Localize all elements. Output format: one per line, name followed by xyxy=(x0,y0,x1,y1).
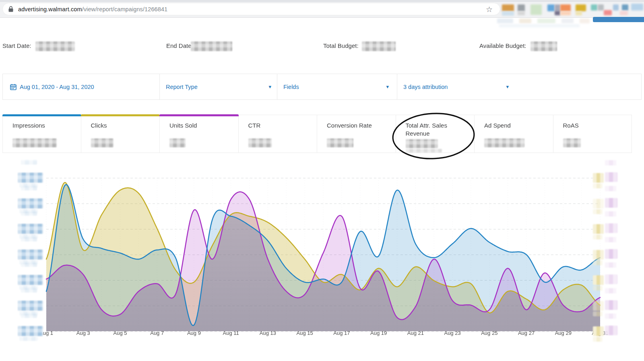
total-attr-sales-value-redacted xyxy=(406,139,438,148)
redacted-pixels xyxy=(21,288,37,293)
fields-dropdown[interactable]: Fields ▾ xyxy=(283,74,389,99)
chevron-down-icon: ▾ xyxy=(506,84,509,90)
redacted-pixels xyxy=(605,211,616,217)
conversion-rate-value-redacted xyxy=(327,138,353,147)
attribution-label: 3 days attribution xyxy=(403,84,448,90)
tab-accent-bar xyxy=(2,114,81,116)
tab-label: Units Sold xyxy=(169,122,197,130)
total-attr-sales-value-redacted-2 xyxy=(406,149,442,153)
tab-ctr[interactable]: CTR xyxy=(239,115,318,153)
redacted-pixels xyxy=(21,186,37,190)
url-text: advertising.walmart.com/view/report/camp… xyxy=(18,6,167,12)
units-sold-value-redacted xyxy=(169,138,186,147)
attribution-dropdown[interactable]: 3 days attribution ▾ xyxy=(403,74,509,99)
window-edge xyxy=(0,0,644,2)
redacted-pixels xyxy=(21,160,37,165)
tab-label: Ad Spend xyxy=(484,122,511,130)
divider xyxy=(277,74,277,99)
redacted-extension-icon xyxy=(613,4,619,10)
redacted-extension-icon xyxy=(591,4,597,10)
redacted-pixels xyxy=(21,211,37,216)
report-filter-bar: Aug 01, 2020 - Aug 31, 2020 Report Type … xyxy=(2,74,642,100)
redacted-pixels xyxy=(593,184,603,188)
redacted-pixels xyxy=(593,326,604,336)
redacted-pixels xyxy=(605,172,617,182)
redacted-pixels xyxy=(593,224,604,234)
redacted-pixels xyxy=(605,223,617,233)
redacted-pixels xyxy=(593,250,604,260)
redacted-extension-icon xyxy=(560,4,571,11)
url-path: /view/report/campaigns/1266841 xyxy=(82,6,168,12)
bookmark-bar-redacted-item xyxy=(593,17,644,22)
redacted-pixels xyxy=(593,260,603,265)
redacted-pixels xyxy=(605,237,616,242)
redacted-pixels xyxy=(21,237,37,241)
redacted-pixels xyxy=(18,224,43,234)
redacted-extension-icon xyxy=(631,4,643,10)
redacted-pixels xyxy=(18,301,43,311)
chevron-down-icon: ▾ xyxy=(268,84,271,90)
report-type-label: Report Type xyxy=(166,84,198,90)
redacted-extension-icon xyxy=(518,11,525,15)
end-date-value-redacted xyxy=(191,41,232,51)
redacted-extension-icon xyxy=(555,4,560,11)
redacted-extension-icon xyxy=(502,4,514,11)
tab-label: RoAS xyxy=(563,122,579,130)
redacted-pixels xyxy=(605,249,617,259)
redacted-pixels xyxy=(21,313,37,318)
report-type-dropdown[interactable]: Report Type ▾ xyxy=(166,74,271,99)
tab-accent-bar xyxy=(81,114,160,116)
redacted-pixels xyxy=(593,301,604,311)
end-date-label: End Date: xyxy=(166,42,193,49)
redacted-pixels xyxy=(605,314,616,319)
redacted-pixels xyxy=(605,186,616,191)
tab-ad-spend[interactable]: Ad Spend xyxy=(475,115,553,153)
redacted-pixels xyxy=(605,300,617,310)
tab-conversion-rate[interactable]: Conversion Rate xyxy=(317,115,396,153)
lock-icon xyxy=(8,6,13,12)
campaign-performance-chart xyxy=(0,0,644,361)
redacted-pixels xyxy=(21,262,37,267)
tab-clicks[interactable]: Clicks xyxy=(81,115,160,153)
available-budget-value-redacted xyxy=(530,41,557,51)
tab-units-sold[interactable]: Units Sold xyxy=(160,115,239,153)
tab-impressions[interactable]: Impressions xyxy=(2,115,81,153)
redacted-extension-icon xyxy=(576,11,582,15)
total-budget-label: Total Budget: xyxy=(323,42,359,49)
tab-label: CTR xyxy=(248,122,261,130)
redacted-pixels xyxy=(18,173,43,183)
redacted-extension-icon xyxy=(604,10,612,15)
clicks-value-redacted xyxy=(91,138,114,147)
date-range-picker[interactable]: Aug 01, 2020 - Aug 31, 2020 xyxy=(10,74,155,99)
redacted-extension-icon xyxy=(598,4,604,10)
tab-total-attr-sales-revenue[interactable]: Total Attr. Sales Revenue xyxy=(396,115,475,153)
redacted-pixels xyxy=(593,209,603,214)
redacted-pixels xyxy=(18,198,43,208)
tab-accent-bar xyxy=(159,114,239,116)
start-date-label: Start Date: xyxy=(2,42,31,49)
redacted-extension-icon xyxy=(622,4,628,10)
tab-roas[interactable]: RoAS xyxy=(553,115,632,153)
calendar-icon xyxy=(10,84,17,90)
divider xyxy=(397,74,397,99)
redacted-extension-icon xyxy=(518,4,525,11)
ad-spend-value-redacted xyxy=(484,138,524,147)
ctr-value-redacted xyxy=(248,138,272,147)
redacted-pixels xyxy=(605,160,616,165)
total-budget-value-redacted xyxy=(362,41,396,51)
redacted-extension-icon xyxy=(560,11,571,15)
date-range-value: Aug 01, 2020 - Aug 31, 2020 xyxy=(20,84,94,90)
redacted-extension-icon xyxy=(547,4,555,11)
redacted-pixels xyxy=(605,274,617,284)
chevron-down-icon: ▾ xyxy=(386,84,389,90)
redacted-pixels xyxy=(593,275,604,285)
bookmark-star-icon[interactable]: ☆ xyxy=(486,5,493,14)
redacted-extension-icon xyxy=(555,11,560,15)
url-bar[interactable]: advertising.walmart.com/view/report/camp… xyxy=(2,3,500,15)
impressions-value-redacted xyxy=(12,138,57,147)
redacted-bookmark xyxy=(499,24,580,27)
tab-label: Clicks xyxy=(91,122,107,130)
redacted-bookmark xyxy=(561,19,574,23)
redacted-extension-icon xyxy=(502,11,514,16)
browser-toolbar: advertising.walmart.com/view/report/camp… xyxy=(0,0,644,18)
